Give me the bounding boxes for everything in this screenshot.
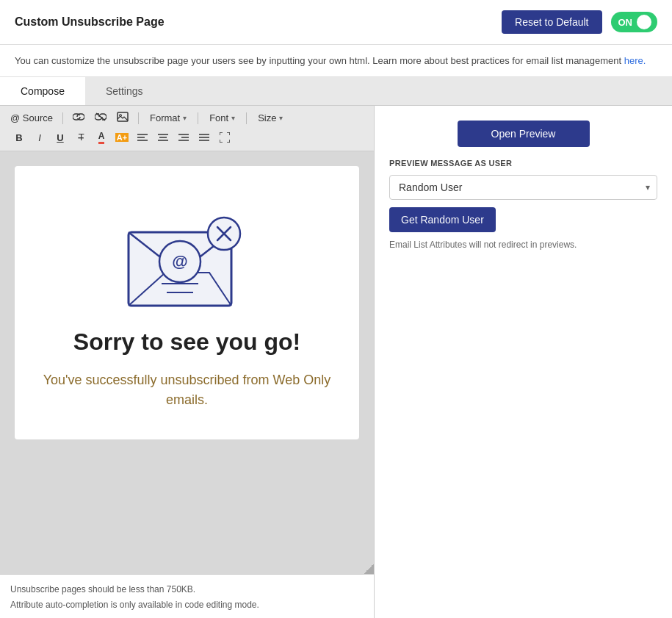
email-illustration: @ (114, 195, 261, 313)
separator2 (138, 112, 139, 124)
size-label: Size (258, 112, 276, 123)
editor-footer: Unsubscribe pages should be less than 75… (0, 574, 374, 618)
format-label: Format (150, 112, 180, 123)
toggle-knob (637, 15, 651, 29)
get-random-user-button[interactable]: Get Random User (389, 207, 496, 232)
toggle-label: ON (618, 17, 633, 28)
font-arrow-icon: ▾ (231, 114, 235, 122)
toolbar-row1: @ Source (7, 110, 366, 126)
info-link[interactable]: here. (624, 55, 646, 66)
italic-button[interactable]: I (31, 129, 48, 146)
format-arrow-icon: ▾ (183, 114, 187, 122)
toolbar-row2: B I U T̶ A A+ (7, 129, 366, 146)
header: Custom Unsubscribe Page Reset to Default… (0, 0, 672, 45)
font-highlight-button[interactable]: A+ (113, 129, 131, 146)
size-dropdown[interactable]: Size ▾ (253, 111, 287, 125)
toolbar: @ Source (0, 106, 374, 151)
tabs-bar: Compose Settings (0, 77, 672, 106)
open-preview-button[interactable]: Open Preview (458, 121, 590, 147)
preview-section: PREVIEW MESSAGE AS USER Random User ▾ Ge… (389, 159, 657, 250)
preview-note: Email List Attributes will not redirect … (389, 240, 657, 250)
justify-button[interactable] (195, 129, 213, 146)
format-dropdown[interactable]: Format ▾ (145, 111, 191, 125)
separator4 (246, 112, 247, 124)
align-right-button[interactable] (175, 129, 192, 146)
editor-panel: @ Source (0, 106, 375, 618)
link-icon-button[interactable] (70, 110, 87, 126)
font-label: Font (209, 112, 228, 123)
settings-panel: Open Preview PREVIEW MESSAGE AS USER Ran… (375, 106, 672, 618)
unlink-icon-button[interactable] (92, 110, 109, 126)
editor-content[interactable]: @ Sorry to see you go! You've successful… (0, 151, 374, 574)
align-center-button[interactable] (154, 129, 172, 146)
page-title: Custom Unsubscribe Page (15, 15, 165, 29)
main-heading: Sorry to see you go! (73, 328, 300, 356)
source-button[interactable]: @ Source (7, 111, 56, 125)
size-arrow-icon: ▾ (279, 114, 283, 122)
align-left-button[interactable] (134, 129, 151, 146)
separator3 (198, 112, 198, 124)
tab-compose[interactable]: Compose (0, 77, 85, 105)
editor-canvas: @ Sorry to see you go! You've successful… (15, 166, 359, 439)
separator (62, 112, 63, 124)
header-actions: Reset to Default ON (502, 10, 657, 34)
info-bar: You can customize the unsubscribe page y… (0, 45, 672, 77)
font-color-button[interactable]: A (93, 129, 110, 146)
bold-button[interactable]: B (10, 129, 28, 146)
sub-text: You've successfully unsubscribed from We… (37, 370, 337, 410)
main-layout: @ Source (0, 106, 672, 618)
user-select-wrapper: Random User ▾ (389, 175, 657, 200)
strikethrough-button[interactable]: T̶ (72, 129, 90, 146)
svg-text:@: @ (172, 252, 187, 270)
underline-button[interactable]: U (51, 129, 69, 146)
tab-settings[interactable]: Settings (85, 77, 164, 105)
font-dropdown[interactable]: Font ▾ (205, 111, 239, 125)
fullscreen-button[interactable] (216, 129, 234, 146)
reset-to-default-button[interactable]: Reset to Default (502, 10, 601, 34)
user-select[interactable]: Random User (389, 175, 657, 200)
resize-handle[interactable] (364, 564, 374, 574)
footer-note-1: Unsubscribe pages should be less than 75… (10, 582, 364, 598)
svg-rect-1 (118, 112, 128, 121)
on-off-toggle[interactable]: ON (611, 12, 658, 32)
info-text: You can customize the unsubscribe page y… (15, 55, 621, 66)
footer-note-2: Attribute auto-completion is only availa… (10, 597, 364, 614)
preview-user-label: PREVIEW MESSAGE AS USER (389, 159, 657, 168)
image-icon-button[interactable] (114, 110, 131, 126)
